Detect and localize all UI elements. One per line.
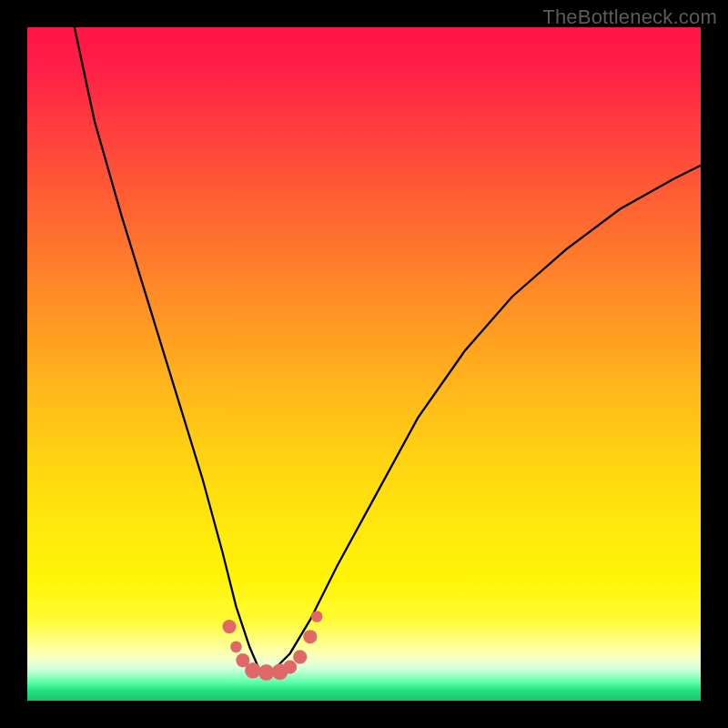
- highlight-dot: [303, 630, 317, 643]
- bottleneck-curve: [75, 27, 701, 671]
- highlight-dot: [230, 642, 242, 653]
- plot-area: [27, 27, 701, 701]
- highlight-dot: [245, 662, 261, 679]
- highlight-dots: [222, 611, 322, 681]
- curve-layer: [27, 27, 701, 701]
- highlight-dot: [293, 650, 307, 663]
- highlight-dot: [222, 620, 236, 633]
- watermark-text: TheBottleneck.com: [542, 5, 717, 29]
- highlight-dot: [283, 660, 297, 673]
- highlight-dot: [311, 611, 323, 622]
- outer-frame: TheBottleneck.com: [0, 0, 728, 728]
